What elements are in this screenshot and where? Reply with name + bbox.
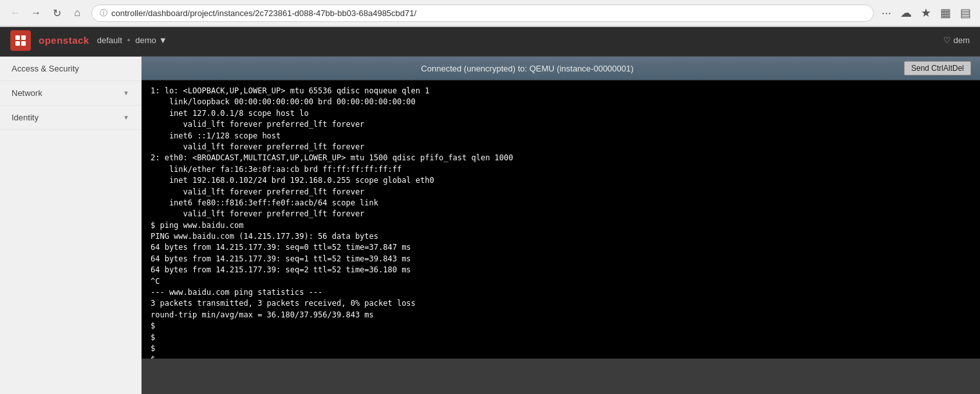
network-expand-icon: ▼ <box>123 89 129 97</box>
project-separator: • <box>127 35 131 45</box>
project-selector[interactable]: default • demo ▼ <box>97 35 167 45</box>
terminal-text: 1: lo: <LOOPBACK,UP,LOWER_UP> mtu 65536 … <box>151 86 971 359</box>
back-button[interactable]: ← <box>6 4 24 22</box>
brand-label: openstack <box>39 35 89 46</box>
user-icon: ♡ <box>943 35 951 45</box>
app-topbar: openstack default • demo ▼ ♡ dem <box>0 24 980 57</box>
app-main: Connected (unencrypted) to: QEMU (instan… <box>142 57 980 394</box>
sidebar-access-security[interactable]: Access & Security <box>0 57 141 81</box>
console-footer <box>142 359 980 394</box>
console-header-bar: Connected (unencrypted) to: QEMU (instan… <box>142 57 980 80</box>
user-menu-button[interactable]: ♡ dem <box>943 35 970 45</box>
app-body: Access & Security Network ▼ Identity ▼ C… <box>0 57 980 394</box>
star-button[interactable]: ★ <box>918 5 934 21</box>
console-connected-title: Connected (unencrypted) to: QEMU (instan… <box>151 64 904 73</box>
browser-chrome: ← → ↻ ⌂ ⓘ ··· ☁ ★ ▦ ▤ <box>0 0 980 27</box>
url-input[interactable] <box>111 8 865 18</box>
identity-text: Identity <box>12 113 39 122</box>
pocket-button[interactable]: ☁ <box>898 5 914 21</box>
project-chevron-icon: ▼ <box>159 35 167 45</box>
home-button[interactable]: ⌂ <box>68 4 86 22</box>
forward-button[interactable]: → <box>27 4 45 22</box>
nav-buttons: ← → ↻ ⌂ <box>6 4 86 22</box>
browser-toolbar: ← → ↻ ⌂ ⓘ ··· ☁ ★ ▦ ▤ <box>0 0 980 26</box>
sidebar-network[interactable]: Network ▼ <box>0 81 141 106</box>
sidebar-identity[interactable]: Identity ▼ <box>0 106 141 130</box>
brand-open: open <box>39 35 63 46</box>
browser-actions: ··· ☁ ★ ▦ ▤ <box>879 5 974 21</box>
brand-stack: stack <box>63 35 89 46</box>
user-label: dem <box>954 35 970 45</box>
library-button[interactable]: ▦ <box>938 5 954 21</box>
identity-expand-icon: ▼ <box>123 114 129 121</box>
access-security-text: Access & Security <box>12 64 79 73</box>
terminal-box[interactable]: 1: lo: <LOOPBACK,UP,LOWER_UP> mtu 65536 … <box>142 80 980 359</box>
more-button[interactable]: ··· <box>879 5 894 21</box>
address-bar[interactable]: ⓘ <box>91 5 874 22</box>
project-default-label: default <box>97 35 122 45</box>
sidebar-toggle-button[interactable]: ▤ <box>957 5 974 21</box>
lock-icon: ⓘ <box>100 8 107 19</box>
reload-button[interactable]: ↻ <box>48 4 66 22</box>
svg-rect-1 <box>21 35 26 40</box>
openstack-logo-icon <box>10 30 31 51</box>
project-demo-label: demo <box>135 35 156 45</box>
svg-rect-0 <box>15 35 20 40</box>
openstack-svg-icon <box>14 34 27 47</box>
app-sidebar: Access & Security Network ▼ Identity ▼ <box>0 57 142 394</box>
send-ctrl-alt-del-button[interactable]: Send CtrlAltDel <box>904 61 971 75</box>
svg-rect-2 <box>15 41 20 46</box>
network-text: Network <box>12 88 42 98</box>
svg-rect-3 <box>21 41 26 46</box>
